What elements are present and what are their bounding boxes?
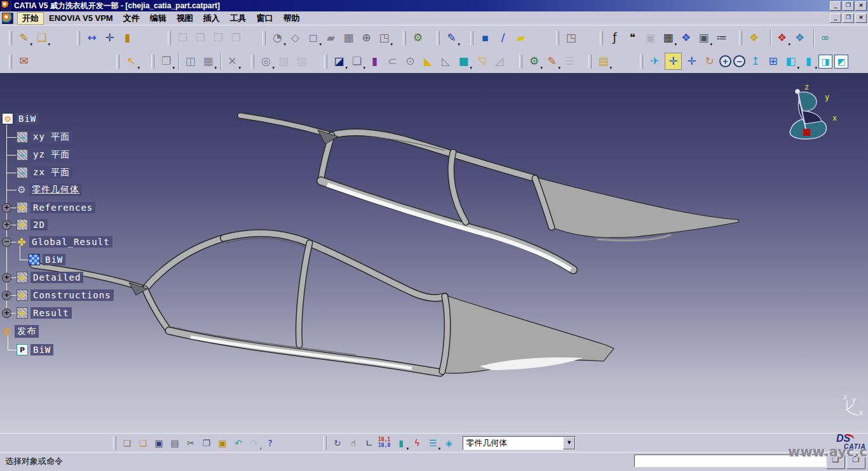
tree-item-label[interactable]: References [31,202,95,213]
swap-space-button[interactable]: ◩ [834,55,848,69]
menu-tools[interactable]: 工具 [225,12,252,25]
toolbar-grip[interactable] [151,55,154,69]
manipulate-button[interactable]: ☝ [346,436,360,450]
snap-to-point-button[interactable]: ✕▾ [224,53,240,69]
measure-inertia-button[interactable]: ▮ [119,30,135,46]
tree-expander-detailed[interactable]: + [2,273,11,282]
toolbar-grip[interactable] [437,31,440,45]
frame-button[interactable]: ❏▾ [349,53,365,69]
user-feature-button[interactable]: ❖▾ [774,30,790,46]
menu-start[interactable]: 开始 [17,12,44,25]
menu-view[interactable]: 视图 [172,12,198,25]
frame-member[interactable] [332,133,535,178]
dropdown-arrow-icon[interactable]: ▾ [363,66,365,70]
dropdown-arrow-icon[interactable]: ▾ [214,66,217,70]
tree-item-label[interactable]: yz 平面 [31,149,72,161]
tree-item-label[interactable]: zx 平面 [31,166,72,179]
normal-view-button[interactable]: ↥ [747,53,763,69]
compass-knob[interactable] [796,90,800,94]
whats-this-button[interactable]: ? [263,436,277,450]
dropdown-arrow-icon[interactable]: ▾ [674,43,677,47]
structure-list-button[interactable]: ☰ [562,53,578,69]
dropdown-arrow-icon[interactable]: ▾ [710,43,712,47]
dropdown-arrow-icon[interactable]: ▾ [438,447,441,451]
catalog-4-button[interactable]: ❒ [228,30,244,46]
tree-expander-result[interactable]: + [2,308,11,318]
dropdown-arrow-icon[interactable]: ▾ [272,66,275,70]
line-button[interactable]: ∕ [495,30,511,46]
paste-button[interactable]: ▣ [215,436,229,450]
zoom-in-button[interactable]: + [719,55,731,67]
tree-item-label[interactable]: Constructions [31,289,114,301]
dropdown-arrow-icon[interactable]: ▾ [259,447,262,451]
hide-show-button[interactable]: ◨ [818,55,832,69]
fit-all-in-button[interactable]: ✛ [665,53,682,70]
isoparametric-b-button[interactable]: ▨ [294,53,309,69]
surface-box-button[interactable]: ◳▾ [376,30,392,46]
object-repetition-button[interactable]: ∞ [817,30,833,46]
relations-button[interactable]: ❖ [678,30,694,46]
dropdown-arrow-icon[interactable]: ▾ [345,66,348,70]
catalog-3-button[interactable]: ❒ [210,30,226,46]
open-button[interactable]: ❏ [136,436,150,450]
dropdown-arrow-icon[interactable]: ▾ [797,66,799,70]
wire-sphere-button[interactable]: ◎▾ [258,53,274,69]
menu-help[interactable]: 帮助 [278,12,305,25]
toolbar-grip[interactable] [519,55,522,69]
dropdown-arrow-icon[interactable]: ▾ [788,43,790,47]
lock-button[interactable]: ▣▾ [696,30,712,46]
fly-mode-button[interactable]: ✈ [647,53,663,69]
toolbar-grip[interactable] [588,55,592,69]
toolbar-grip[interactable] [262,31,266,45]
copy-button[interactable]: ❐ [200,436,214,450]
power-input-doc-button[interactable]: ❏ [826,454,845,469]
menu-insert[interactable]: 插入 [198,12,225,25]
hole-button[interactable]: ⊙ [402,53,418,69]
tree-item-label[interactable]: xy 平面 [31,131,72,143]
wedge-button[interactable]: ◺ [438,53,454,69]
view-compass[interactable]: z y x [790,83,837,139]
axis-system-button[interactable]: ∟ [362,436,376,450]
design-table-button[interactable]: ▦▾ [660,30,676,46]
toolbar-grip[interactable] [77,31,80,45]
tree-expander-references[interactable]: + [2,203,11,213]
toolbar-grip[interactable] [113,436,116,450]
update-button[interactable]: ↻ [330,436,344,450]
toolbar-grip[interactable] [324,55,327,69]
teal-cube-button[interactable]: ■▾ [456,53,471,69]
tree-item-label[interactable]: BiW [16,113,39,124]
new-document-button[interactable]: ❏ [120,436,134,450]
send-to-button[interactable]: ✉ [16,53,32,69]
toolbar-grip[interactable] [9,55,12,69]
menu-window[interactable]: 窗口 [252,12,278,25]
restore-button[interactable]: ❐ [843,13,854,23]
toolbar-grip[interactable] [739,31,742,45]
settings-gear-button[interactable]: ⚙ [410,30,426,46]
measure-item-button[interactable]: ✛ [102,30,118,46]
toolbar-grip[interactable] [403,31,406,45]
clip-button[interactable]: ◿ [491,53,507,69]
surface-sweep-button[interactable]: ▰ [323,30,339,46]
dropdown-arrow-icon[interactable]: ▾ [48,43,50,47]
save-button[interactable]: ▣ [152,436,166,450]
toolbar-grip[interactable] [556,31,559,45]
catalog-2-button[interactable]: ❒ [193,30,208,46]
dropdown-arrow-icon[interactable]: ▾ [470,66,472,70]
dropdown-arrow-icon[interactable]: ▾ [458,43,460,47]
rotate-button[interactable]: ↻ [702,53,717,69]
dropdown-arrow-icon[interactable]: ▾ [390,43,393,47]
browse-folder-button[interactable]: ❏▾ [34,30,50,46]
frame-member[interactable] [240,116,332,135]
dropdown-arrow-icon[interactable]: ▾ [609,66,612,70]
toolbar-grip[interactable] [323,436,327,450]
document-template-button[interactable]: ❖ [792,30,808,46]
tree-item-label[interactable]: 发布 [15,325,39,338]
minimize-button[interactable]: _ [830,13,841,23]
rule-button[interactable]: ≔ [714,30,729,46]
split-body-button[interactable]: ▮ [367,53,383,69]
tree-expander-constructions[interactable]: + [2,291,11,300]
iso-view-button[interactable]: ◧▾ [783,53,799,69]
dropdown-arrow-icon[interactable]: ▾ [283,43,286,47]
compass-origin-handle[interactable] [803,129,810,136]
tree-item-label[interactable]: 零件几何体 [29,183,82,196]
